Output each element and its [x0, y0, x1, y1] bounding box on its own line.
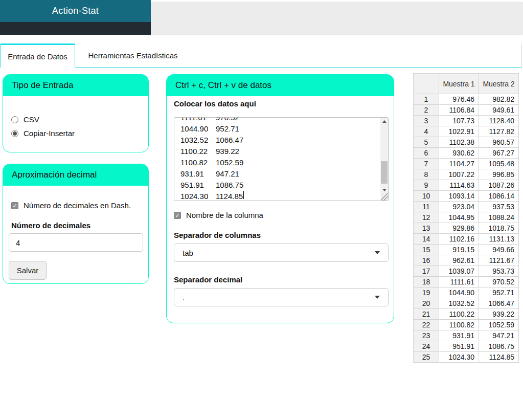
table-row: 211100.22939.22 [414, 309, 519, 320]
data-cell: 929.86 [439, 223, 479, 234]
data-cell: 107.73 [439, 116, 479, 126]
save-button[interactable]: Salvar [9, 261, 47, 280]
table-row: 181111.61970.52 [414, 277, 519, 288]
textarea-line: 1100.821052.59 [180, 157, 380, 168]
decimal-card: Aproximación decimal ✓ Número de decimal… [3, 164, 149, 284]
resize-grip-icon[interactable] [381, 193, 388, 201]
checkbox-label: Número de decimales en Dash. [24, 201, 131, 210]
data-cell: 970.52 [479, 277, 519, 288]
data-table: Muestra 1Muestra 2 1976.46982.8221106.84… [413, 73, 519, 363]
decimals-in-dash-checkbox-row[interactable]: ✓ Número de decimales en Dash. [11, 201, 131, 210]
paste-card-title: Ctrl + c, Ctrl + v de datos [175, 80, 271, 91]
tab-herramientas-estadisticas[interactable]: Herramientas Estadísticas [75, 43, 191, 68]
data-cell: 976.46 [439, 94, 479, 105]
data-cell: 1044.90 [439, 288, 479, 298]
data-cell: 1095.48 [479, 159, 519, 169]
tab-entrada-de-datos[interactable]: Entrada de Datos [0, 43, 75, 68]
textarea-line: 951.911086.75 [180, 180, 380, 191]
data-cell: 1039.07 [439, 266, 479, 277]
scroll-up-icon[interactable] [380, 118, 388, 125]
paste-card: Ctrl + c, Ctrl + v de datos Colocar los … [166, 74, 394, 323]
row-index-cell: 6 [414, 148, 439, 159]
radio-icon[interactable] [11, 116, 18, 123]
radio-icon-selected[interactable] [11, 130, 18, 137]
scroll-down-icon[interactable] [380, 186, 388, 194]
table-row: 251024.301124.85 [414, 352, 519, 363]
data-cell: 1106.84 [439, 105, 479, 116]
data-cell: 1128.40 [479, 116, 519, 126]
table-row: 11923.04937.53 [414, 202, 519, 212]
tab-bar: Entrada de Datos Herramientas Estadístic… [0, 43, 522, 68]
row-index-cell: 22 [414, 320, 439, 330]
row-index-cell: 24 [414, 341, 439, 352]
textarea-content: 1111.61970.521044.90952.711032.521066.47… [174, 117, 380, 201]
data-cell: 1018.75 [479, 223, 519, 234]
decimal-card-header: Aproximación decimal [3, 164, 148, 186]
data-cell: 949.61 [479, 105, 519, 116]
table-row: 13929.861018.75 [414, 223, 519, 234]
data-cell: 1088.24 [479, 212, 519, 223]
scrollbar-thumb[interactable] [381, 161, 388, 184]
data-cell: 931.91 [439, 330, 479, 341]
row-index-cell: 18 [414, 277, 439, 288]
data-cell: 960.57 [479, 137, 519, 148]
checkbox-checked-icon[interactable]: ✓ [11, 202, 18, 209]
table-row: 1976.46982.82 [414, 94, 519, 105]
row-index-cell: 17 [414, 266, 439, 277]
data-cell: 1124.85 [479, 352, 519, 363]
data-cell: 947.21 [479, 330, 519, 341]
textarea-scrollbar[interactable] [380, 118, 388, 194]
data-cell: 949.66 [479, 245, 519, 255]
chevron-down-icon [375, 251, 380, 254]
row-index-cell: 21 [414, 309, 439, 320]
column-name-checkbox-row[interactable]: ✓ Nombre de la columna [174, 211, 263, 219]
column-separator-dropdown[interactable]: tab [174, 244, 389, 262]
column-separator-label: Separador de columnas [174, 231, 261, 239]
decimals-input[interactable] [9, 233, 143, 252]
data-table-header: Muestra 1Muestra 2 [414, 74, 519, 94]
textarea-line: 1032.521066.47 [180, 135, 380, 146]
data-cell: 1007.22 [439, 169, 479, 180]
row-index-cell: 14 [414, 234, 439, 245]
row-index-cell: 15 [414, 245, 439, 255]
data-cell: 1114.63 [439, 180, 479, 191]
data-cell: 1066.47 [479, 298, 519, 309]
radio-label: CSV [24, 115, 39, 124]
radio-option-copiar-insertar[interactable]: Copiar-Insertar [11, 129, 75, 138]
data-cell: 1102.38 [439, 137, 479, 148]
input-type-card-title: Tipo de Entrada [12, 80, 73, 91]
data-cell: 937.53 [479, 202, 519, 212]
app-title: Action-Stat [52, 6, 99, 16]
data-cell: 919.15 [439, 245, 479, 255]
radio-option-csv[interactable]: CSV [11, 115, 39, 124]
row-index-cell: 20 [414, 298, 439, 309]
data-cell: 982.82 [479, 94, 519, 105]
row-index-cell: 3 [414, 116, 439, 126]
checkbox-checked-icon[interactable]: ✓ [174, 212, 181, 219]
table-row: 6930.62967.27 [414, 148, 519, 159]
row-index-cell: 23 [414, 330, 439, 341]
decimal-separator-dropdown[interactable]: . [174, 288, 389, 306]
radio-label: Copiar-Insertar [24, 129, 75, 138]
row-index-cell: 16 [414, 255, 439, 266]
data-cell: 951.91 [439, 341, 479, 352]
data-cell: 967.27 [479, 148, 519, 159]
data-cell: 1131.13 [479, 234, 519, 245]
textarea-line: 1111.61970.52 [180, 117, 380, 123]
table-row: 41022.911127.82 [414, 126, 519, 137]
data-cell: 1127.82 [479, 126, 519, 137]
row-index-cell: 8 [414, 169, 439, 180]
data-cell: 1100.22 [439, 309, 479, 320]
data-cell: 1032.52 [439, 298, 479, 309]
textarea-line: 1044.90952.71 [180, 123, 380, 135]
data-textarea[interactable]: 1111.61970.521044.90952.711032.521066.47… [174, 117, 389, 201]
row-index-cell: 4 [414, 126, 439, 137]
row-index-cell: 9 [414, 180, 439, 191]
text-cursor [243, 191, 244, 199]
app-header: Action-Stat [0, 0, 151, 22]
table-row: 141102.161131.13 [414, 234, 519, 245]
table-row: 101093.141086.14 [414, 191, 519, 202]
dropdown-value: . [183, 293, 185, 302]
row-index-cell: 1 [414, 94, 439, 105]
table-row: 23931.91947.21 [414, 330, 519, 341]
